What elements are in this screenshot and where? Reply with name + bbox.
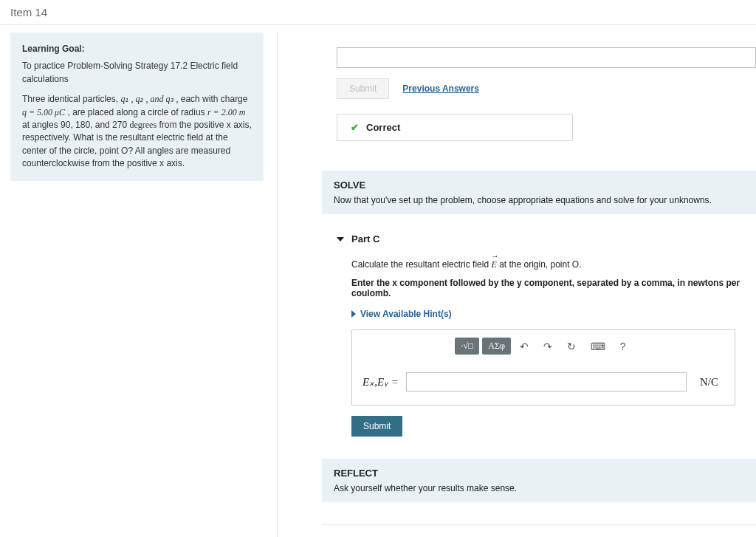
- answer-variable-label: Eₓ,Eᵧ =: [362, 375, 399, 389]
- caret-down-icon: [337, 237, 344, 242]
- separator: [322, 524, 756, 525]
- answer-unit-label: N/C: [694, 376, 724, 389]
- problem-pre: Three identical particles,: [22, 94, 120, 104]
- reflect-title: REFLECT: [334, 468, 744, 479]
- part-c-header[interactable]: Part C: [337, 233, 756, 244]
- main-container: Learning Goal: To practice Problem-Solvi…: [0, 33, 756, 537]
- learning-goal-box: Learning Goal: To practice Problem-Solvi…: [10, 33, 264, 181]
- part-c-title: Part C: [351, 233, 379, 244]
- solve-title: SOLVE: [334, 179, 744, 191]
- q-value: q = 5.00 μC: [22, 107, 65, 117]
- redo-icon[interactable]: ↷: [537, 339, 558, 354]
- page-title: Item 14: [0, 0, 756, 25]
- reflect-section: REFLECT Ask yourself whether your result…: [322, 459, 756, 502]
- correct-label: Correct: [366, 122, 400, 133]
- reset-icon[interactable]: ↻: [561, 339, 582, 354]
- greek-letters-button[interactable]: ΑΣφ: [482, 338, 511, 355]
- solve-desc: Now that you've set up the problem, choo…: [334, 195, 744, 205]
- correct-feedback-box: ✔ Correct: [337, 114, 573, 141]
- right-column: Submit Previous Answers ✔ Correct SOLVE …: [278, 33, 756, 537]
- instruction-text: Enter the x component followed by the y …: [351, 278, 740, 298]
- previous-button-row: Submit Previous Answers: [337, 78, 756, 99]
- math-template-button[interactable]: ∙√□: [455, 338, 479, 355]
- submit-button[interactable]: Submit: [351, 416, 402, 437]
- submit-button-disabled: Submit: [337, 78, 389, 99]
- r-value: r = 2.00 m: [207, 107, 245, 117]
- degrees-word: degrees: [129, 120, 157, 130]
- goal-problem-text: Three identical particles, q₁ , q₂ , and…: [22, 93, 252, 170]
- part-c-instruction: Enter the x component followed by the y …: [351, 278, 756, 298]
- q-list: q₁ , q₂ , and q₃ ,: [120, 94, 178, 104]
- goal-practice-text: To practice Problem-Solving Strategy 17.…: [22, 60, 252, 86]
- part-c-prompt: Calculate the resultant electric field E…: [351, 256, 756, 270]
- problem-mid2: , are placed along a circle of radius: [67, 107, 207, 117]
- answer-input[interactable]: [406, 372, 687, 391]
- part-c-body: Calculate the resultant electric field E…: [351, 256, 756, 406]
- caret-right-icon: [351, 310, 356, 318]
- check-icon: ✔: [351, 122, 359, 133]
- prompt-post: at the origin, point O.: [499, 259, 581, 270]
- e-vector-symbol: E: [491, 256, 496, 270]
- goal-heading: Learning Goal:: [22, 43, 85, 55]
- left-column: Learning Goal: To practice Problem-Solvi…: [0, 33, 278, 537]
- view-hints-link[interactable]: View Available Hint(s): [351, 309, 756, 319]
- solve-section: SOLVE Now that you've set up the problem…: [322, 171, 756, 214]
- keyboard-icon[interactable]: ⌨: [585, 339, 611, 354]
- previous-answer-input[interactable]: [337, 47, 756, 68]
- equation-toolbar: ∙√□ ΑΣφ ↶ ↷ ↻ ⌨ ?: [352, 330, 735, 362]
- hints-label: View Available Hint(s): [360, 309, 452, 319]
- problem-mid1: each with charge: [181, 94, 248, 104]
- reflect-desc: Ask yourself whether your results make s…: [334, 483, 744, 493]
- help-icon[interactable]: ?: [614, 339, 632, 354]
- problem-mid3: at angles 90, 180, and 270: [22, 120, 129, 130]
- previous-answers-link[interactable]: Previous Answers: [402, 83, 479, 94]
- answer-box: ∙√□ ΑΣφ ↶ ↷ ↻ ⌨ ? Eₓ,Eᵧ = N/C: [351, 329, 735, 406]
- answer-row: Eₓ,Eᵧ = N/C: [352, 362, 735, 405]
- undo-icon[interactable]: ↶: [514, 339, 535, 354]
- prompt-pre: Calculate the resultant electric field: [351, 259, 491, 270]
